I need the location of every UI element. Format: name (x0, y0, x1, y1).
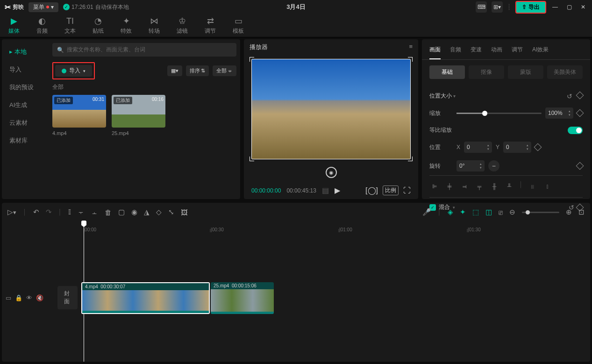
resize-handle[interactable] (250, 57, 254, 62)
reset-icon[interactable]: ↺ (567, 93, 572, 100)
sidebar-item-preset[interactable]: 我的预设 (2, 79, 49, 96)
tab-transition[interactable]: ⋈转场 (146, 14, 163, 37)
resize-handle[interactable] (408, 157, 413, 161)
scale-input[interactable]: 100%▴▾ (545, 107, 573, 119)
minimize-button[interactable]: — (551, 3, 559, 11)
track-mute-icon[interactable]: 🔇 (36, 293, 43, 302)
rotate-tool[interactable]: ◇ (156, 208, 162, 216)
split-tool[interactable]: 𝕀 (68, 208, 71, 216)
keyframe-icon[interactable] (534, 143, 542, 151)
sub-tab-cutout[interactable]: 抠像 (469, 65, 504, 79)
keyframe-icon[interactable] (576, 109, 584, 117)
keyframe-icon[interactable] (576, 162, 584, 170)
pos-y-input[interactable]: 0▴▾ (503, 142, 531, 153)
fullscreen-button[interactable]: ⛶ (403, 186, 411, 195)
video-preview[interactable] (251, 59, 411, 159)
prop-tab-ai[interactable]: AI效果 (532, 41, 549, 59)
import-button[interactable]: 导入 ▾ (55, 65, 92, 77)
menu-button[interactable]: 菜单 ▾ (29, 2, 58, 12)
rotation-dial[interactable]: – (488, 160, 499, 171)
view-grid-button[interactable]: ▦▾ (167, 65, 182, 76)
align-left-icon[interactable]: ⊫ (429, 181, 440, 192)
sidebar-item-ai[interactable]: AI生成 (2, 96, 49, 114)
track-collapse-icon[interactable]: ▭ (6, 293, 11, 302)
layout-icon[interactable]: ⊞▾ (492, 1, 503, 13)
ratio-button[interactable]: 比例 (383, 186, 399, 195)
pointer-tool[interactable]: ▷▾ (7, 208, 16, 216)
media-clip[interactable]: 已添加 00:31 4.mp4 (52, 95, 106, 136)
delete-tool[interactable]: 🗑 (105, 208, 112, 216)
tab-media[interactable]: ▶媒体 (6, 14, 22, 37)
crop-tool[interactable]: ⤡ (168, 208, 174, 216)
zoom-slider[interactable] (522, 212, 559, 213)
sidebar-item-cloud[interactable]: 云素材 (2, 114, 49, 132)
sidebar-item-library[interactable]: 素材库 (2, 132, 49, 150)
align-bottom-icon[interactable]: ╨ (504, 181, 514, 192)
sort-button[interactable]: 排序 ⇅ (186, 65, 209, 76)
split-right-tool[interactable]: ⫠ (91, 208, 98, 216)
track-visibility-icon[interactable]: 👁 (26, 293, 32, 302)
filter-all-button[interactable]: 全部 ⫧ (213, 65, 236, 76)
resize-handle[interactable] (408, 57, 413, 62)
preview-tool[interactable]: ◫ (485, 208, 492, 216)
close-button[interactable]: ✕ (579, 3, 587, 11)
prop-tab-anim[interactable]: 动画 (491, 41, 502, 59)
zoom-in-icon[interactable]: ⊕ (566, 208, 572, 216)
align-top-icon[interactable]: ╤ (474, 181, 485, 192)
maximize-button[interactable]: ▢ (565, 3, 573, 11)
timeline-clip[interactable]: 4.mp4 00:00:30:07 (81, 282, 210, 314)
media-clip[interactable]: 已添加 00:16 25.mp4 (112, 95, 165, 136)
tab-text[interactable]: TI文本 (62, 14, 78, 37)
sub-tab-beauty[interactable]: 美颜美体 (547, 65, 583, 79)
align-center-v-icon[interactable]: ╫ (489, 181, 499, 192)
cover-button[interactable]: 封面 (57, 286, 78, 309)
list-icon[interactable]: ▤ (322, 186, 329, 195)
sub-tab-basic[interactable]: 基础 (429, 65, 465, 79)
player-center-control[interactable]: ◉ (326, 167, 337, 178)
sub-tab-mask[interactable]: 蒙版 (508, 65, 543, 79)
align-right-icon[interactable]: ⫤ (459, 181, 470, 192)
snap-tool[interactable]: ✦ (460, 208, 466, 216)
resize-handle[interactable] (250, 157, 254, 161)
play-button[interactable]: ▶ (335, 186, 340, 195)
tab-sticker[interactable]: ◔贴纸 (90, 14, 107, 37)
tab-audio[interactable]: ◐音频 (34, 14, 50, 37)
keyframe-icon[interactable] (576, 91, 584, 99)
mic-icon[interactable]: 🎤 (422, 208, 431, 216)
rotation-input[interactable]: 0°▴▾ (456, 160, 485, 171)
sidebar-item-import[interactable]: 导入 (2, 61, 49, 79)
scale-button[interactable]: [◯] (365, 186, 378, 195)
magnet-tool[interactable]: ◈ (448, 208, 453, 216)
tab-adjust[interactable]: ⇄调节 (202, 14, 219, 37)
undo-button[interactable]: ↶ (33, 208, 39, 216)
sidebar-item-local[interactable]: 本地 (2, 43, 49, 61)
frame-tool[interactable]: ▢ (118, 208, 125, 216)
keyboard-icon[interactable]: ⌨ (476, 1, 487, 13)
search-input[interactable]: 🔍 搜索文件名称、画面元素、台词 (52, 43, 236, 57)
timeline-ruler[interactable]: 00:00 |00:30 |01:00 |01:30 (81, 221, 590, 236)
export-button[interactable]: ⇧ 导出 (515, 1, 546, 14)
marker-tool[interactable]: ⎚ (499, 208, 503, 216)
mirror-tool[interactable]: ◮ (144, 208, 150, 216)
pos-x-input[interactable]: 0▴▾ (464, 142, 492, 153)
tab-filter[interactable]: ♔滤镜 (174, 14, 191, 37)
distribute-h-icon[interactable]: ⫼ (528, 181, 538, 192)
align-center-h-icon[interactable]: ╪ (444, 181, 455, 192)
prop-tab-audio[interactable]: 音频 (450, 41, 461, 59)
caption-tool[interactable]: 🖼 (181, 208, 188, 216)
distribute-v-icon[interactable]: ⫿ (542, 181, 553, 192)
timeline-clip[interactable]: 25.mp4 00:00:15:06 (211, 282, 274, 314)
prop-tab-speed[interactable]: 变速 (471, 41, 482, 59)
prop-tab-adjust[interactable]: 调节 (512, 41, 523, 59)
track-lock-icon[interactable]: 🔒 (15, 293, 22, 302)
link-tool[interactable]: ⬚ (472, 208, 479, 216)
scale-slider[interactable] (456, 113, 542, 114)
redo-button[interactable]: ↷ (46, 208, 52, 216)
tab-effects[interactable]: ✦特效 (118, 14, 135, 37)
split-left-tool[interactable]: ⫟ (78, 208, 85, 216)
player-menu-icon[interactable]: ≡ (409, 43, 413, 51)
uniform-toggle[interactable] (568, 127, 583, 134)
record-tool[interactable]: ◉ (131, 208, 137, 216)
tab-template[interactable]: ▭模板 (230, 14, 247, 37)
zoom-out-icon[interactable]: ⊖ (509, 208, 515, 216)
